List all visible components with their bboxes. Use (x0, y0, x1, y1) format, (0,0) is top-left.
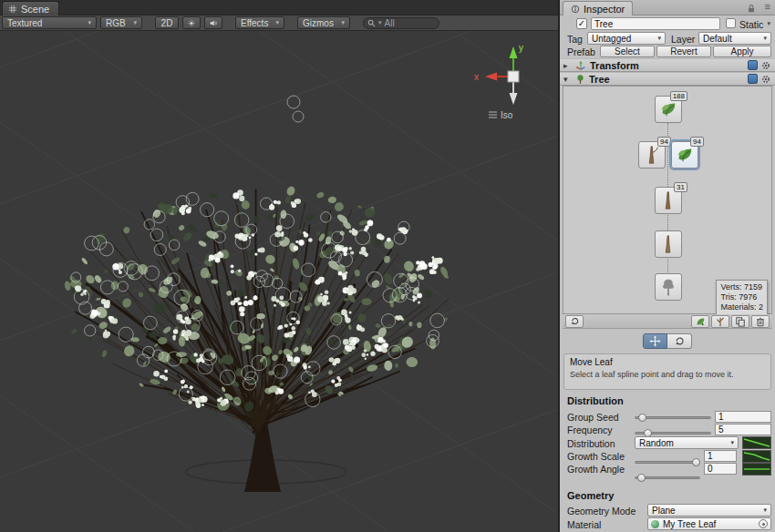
scene-toolbar: Textured▾ RGB▾ 2D Effects▾ Gizmos▾ (0, 15, 558, 31)
gear-icon[interactable] (760, 60, 771, 71)
duplicate-icon (735, 316, 746, 327)
distribution-dropdown[interactable]: Random▾ (635, 436, 739, 449)
gizmos-dropdown[interactable]: Gizmos▾ (297, 16, 350, 29)
layer-dropdown[interactable]: Default▾ (698, 32, 771, 45)
gizmo-x-axis[interactable] (485, 73, 497, 81)
refresh-button[interactable] (565, 315, 584, 328)
tree-node-branch-group[interactable]: 94 (638, 141, 666, 169)
gameobject-name-field[interactable] (591, 17, 720, 30)
group-seed-slider[interactable] (635, 416, 711, 419)
chevron-down-icon: ▾ (763, 506, 767, 514)
render-mode-dropdown[interactable]: RGB▾ (100, 16, 142, 29)
sun-icon (188, 18, 195, 28)
static-checkbox[interactable] (726, 18, 736, 28)
menu-icon[interactable]: ≡ (765, 1, 770, 12)
tab-inspector[interactable]: Inspector (563, 1, 633, 15)
tree-hierarchy-canvas[interactable]: 188 94 94 31 (563, 86, 772, 314)
growth-scale-curve-field[interactable] (742, 450, 771, 463)
prefab-apply-button[interactable]: Apply (713, 46, 771, 57)
tree-node-root[interactable] (655, 273, 682, 301)
leaf-icon (658, 99, 678, 119)
tree-node-leaf-group[interactable]: 188 (655, 96, 682, 123)
material-label: Material (567, 519, 601, 530)
chevron-down-icon: ▾ (341, 19, 345, 26)
tag-dropdown[interactable]: Untagged▾ (587, 32, 666, 45)
render-mode-label: RGB (106, 18, 126, 28)
layer-label: Layer (671, 34, 695, 45)
frequency-label: Frequency (567, 425, 613, 435)
scene-audio-toggle[interactable] (204, 16, 222, 29)
geometry-mode-dropdown[interactable]: Plane▾ (647, 504, 771, 517)
growth-scale-slider[interactable] (635, 461, 700, 464)
effects-dropdown[interactable]: Effects▾ (235, 16, 284, 29)
leaf-icon (675, 145, 695, 165)
group-seed-value[interactable]: 1 (715, 411, 771, 423)
rotate-leaf-tool-button[interactable] (667, 333, 692, 349)
inspector-tab-label: Inspector (584, 4, 625, 15)
active-checkbox[interactable]: ✓ (576, 18, 587, 29)
prefab-select-button[interactable]: Select (600, 46, 655, 57)
tree-component-icon (575, 74, 585, 85)
prefab-label: Prefab (567, 46, 595, 57)
help-book-icon[interactable] (748, 60, 758, 70)
tab-scene[interactable]: Scene (2, 1, 59, 15)
stats-verts: Verts: 7159 (720, 282, 763, 292)
lock-icon[interactable] (746, 3, 757, 14)
growth-angle-curve-field[interactable] (742, 463, 771, 476)
slider-thumb[interactable] (637, 474, 646, 482)
2d-toggle-button[interactable]: 2D (155, 16, 179, 29)
stats-materials: Materials: 2 (720, 302, 763, 312)
iso-label: Iso (501, 110, 513, 120)
node-badge: 94 (690, 137, 704, 147)
slider-thumb[interactable] (638, 414, 646, 422)
add-branch-group-button[interactable] (711, 315, 729, 328)
move-leaf-tool-button[interactable] (643, 333, 667, 349)
foldout-arrow-icon[interactable]: ▾ (563, 75, 572, 84)
iso-icon (489, 112, 497, 118)
gizmo-center-cube[interactable] (508, 71, 519, 82)
tree-node-branch-upper[interactable]: 31 (655, 187, 682, 214)
material-icon (651, 520, 659, 528)
static-dropdown-icon[interactable]: ▾ (767, 20, 770, 27)
shading-mode-dropdown[interactable]: Textured▾ (2, 16, 97, 29)
object-picker-icon[interactable] (759, 519, 768, 528)
trash-icon (755, 316, 766, 327)
grid-icon (8, 5, 17, 14)
2d-label: 2D (161, 18, 173, 28)
branch-icon (658, 234, 678, 254)
slider-thumb[interactable] (692, 458, 700, 466)
mesh-stats-overlay: Verts: 7159 Tris: 7976 Materials: 2 (716, 280, 768, 315)
gizmo-z-axis[interactable] (510, 93, 518, 105)
orientation-gizmo[interactable]: y x Iso (460, 38, 544, 129)
scene-viewport[interactable]: y x Iso (0, 31, 558, 532)
chevron-down-icon: ▾ (88, 19, 91, 26)
duplicate-node-button[interactable] (731, 315, 749, 328)
search-icon (367, 19, 376, 27)
gear-icon[interactable] (760, 74, 771, 85)
distribution-value: Random (639, 438, 674, 448)
gizmo-y-axis[interactable] (510, 46, 518, 58)
material-object-field[interactable]: My Tree Leaf (647, 517, 771, 530)
prefab-revert-button[interactable]: Revert (656, 46, 711, 57)
tree-component-header[interactable]: ▾ Tree (560, 72, 775, 86)
inspector-tabstrip: Inspector ≡ (560, 0, 775, 15)
scene-lighting-toggle[interactable] (182, 16, 201, 29)
frequency-slider[interactable] (635, 432, 711, 435)
delete-node-button[interactable] (751, 315, 770, 328)
distribution-curve-field[interactable] (742, 436, 771, 449)
tree-node-branch-lower[interactable] (655, 230, 682, 258)
growth-angle-slider[interactable] (635, 476, 700, 479)
tree-node-leaf-group-selected[interactable]: 94 (671, 141, 698, 169)
transform-component-header[interactable]: ▸ Transform (560, 58, 775, 72)
scene-search-input[interactable]: ▾ All (363, 17, 439, 29)
tool-help-box: Move Leaf Select a leaf spline point and… (563, 353, 771, 390)
branch-icon (642, 145, 662, 165)
growth-angle-value[interactable]: 0 (704, 463, 737, 475)
branch-icon (658, 190, 678, 210)
add-leaf-group-button[interactable] (691, 315, 709, 328)
growth-scale-value[interactable]: 1 (704, 450, 737, 462)
foldout-arrow-icon[interactable]: ▸ (563, 61, 572, 70)
speaker-icon (210, 18, 217, 28)
help-book-icon[interactable] (748, 74, 758, 84)
frequency-value[interactable]: 5 (715, 424, 771, 435)
